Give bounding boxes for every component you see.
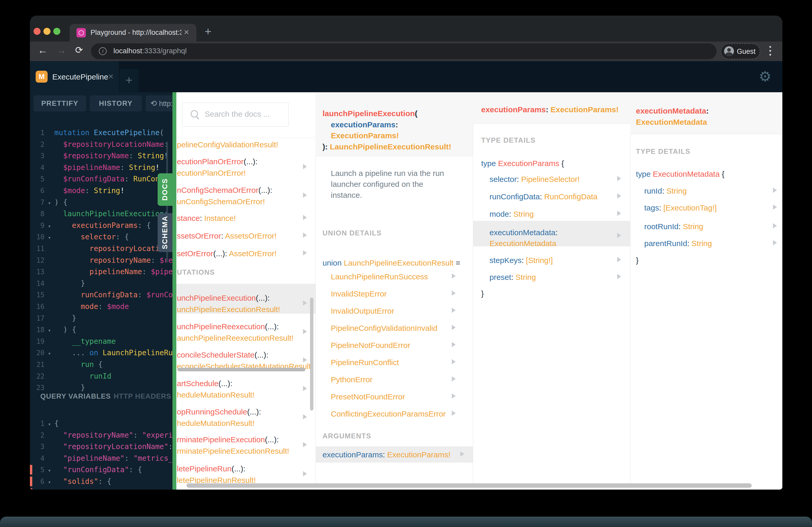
code-line[interactable]: 11 repositoryLocationName: $repositoryLo… [32, 243, 172, 254]
code-line[interactable]: 19 __typename [32, 335, 116, 347]
type-field[interactable]: selector: PipelineSelector! [490, 175, 580, 184]
code-line[interactable]: 1mutation ExecutePipeline( [32, 127, 164, 138]
chevron-right-icon[interactable] [452, 410, 456, 416]
doc-item-type[interactable]: ecutionPlanOrError! [177, 169, 246, 178]
forward-icon[interactable]: → [56, 45, 66, 56]
tab-http-headers[interactable]: HTTP HEADERS [114, 392, 171, 401]
union-member[interactable]: InvalidStepError [331, 289, 387, 298]
variables-line[interactable]: 3 "repositoryLocationName": "metrics" [32, 441, 172, 452]
union-member[interactable]: PipelineConfigValidationInvalid [331, 324, 437, 333]
chevron-right-icon[interactable] [617, 211, 621, 216]
type-field[interactable]: executionMetadata: [490, 228, 557, 237]
chevron-right-icon[interactable] [452, 325, 456, 330]
profile-button[interactable]: Guest [721, 43, 760, 59]
docs-side-tab[interactable]: DOCS [158, 173, 172, 206]
variables-line[interactable]: 6▾ "solids": { [32, 476, 111, 487]
settings-gear-icon[interactable]: ⚙ [759, 68, 771, 85]
union-member[interactable]: LaunchPipelineRunSuccess [331, 272, 428, 281]
argument-row[interactable]: executionParams: ExecutionParams! [322, 450, 450, 459]
chevron-right-icon[interactable] [617, 193, 621, 198]
doc-item-type[interactable]: rminatePipelineExecutionResult! [177, 447, 289, 455]
schema-side-tab[interactable]: SCHEMA [158, 213, 172, 252]
doc-item-type[interactable]: unConfigSchemaOrError! [177, 197, 265, 206]
chevron-right-icon[interactable] [452, 342, 456, 347]
type-field[interactable]: tags: [ExecutionTag!] [644, 204, 717, 212]
chevron-right-icon[interactable] [303, 250, 307, 255]
add-playground-tab-button[interactable]: + [120, 69, 139, 92]
doc-item[interactable]: concileSchedulerState(...): [177, 350, 269, 359]
chevron-right-icon[interactable] [452, 290, 456, 296]
minimize-window-button[interactable] [43, 28, 50, 35]
code-line[interactable]: 14 } [32, 277, 85, 289]
chevron-right-icon[interactable] [303, 193, 307, 198]
chevron-right-icon[interactable] [773, 187, 777, 193]
browser-menu-button[interactable] [769, 46, 771, 58]
code-line[interactable]: 5 $runConfigData: RunConfigData! [32, 173, 172, 185]
code-line[interactable]: 17 } [32, 312, 76, 324]
chevron-right-icon[interactable] [773, 240, 777, 245]
docs-vertical-scrollbar[interactable] [310, 298, 314, 410]
doc-item[interactable]: stance: Instance! [177, 214, 236, 223]
chevron-right-icon[interactable] [617, 176, 621, 181]
union-member[interactable]: ConflictingExecutionParamsError [331, 409, 446, 418]
doc-item[interactable]: artSchedule(...): [177, 379, 232, 388]
union-member[interactable]: PipelineRunConflict [331, 358, 399, 367]
mutations-scrollbar[interactable] [177, 368, 305, 371]
url-bar[interactable]: i localhost:3333/graphql [91, 43, 716, 59]
chevron-right-icon[interactable] [452, 393, 456, 398]
chevron-right-icon[interactable] [303, 215, 307, 220]
union-member[interactable]: PresetNotFoundError [331, 392, 405, 401]
browser-tab[interactable]: ⬡ Playground - http://localhost:3 ✕ [70, 24, 197, 42]
union-member[interactable]: PipelineNotFoundError [331, 341, 410, 350]
variables-line[interactable]: 7▾ "save metrics": { [32, 487, 146, 490]
type-field[interactable]: parentRunId: String [644, 239, 712, 248]
chevron-right-icon[interactable] [452, 359, 456, 364]
chevron-right-icon[interactable] [617, 274, 621, 279]
code-line[interactable]: 22 runId [32, 370, 111, 382]
code-line[interactable]: 13 pipelineName: $pipelineName [32, 266, 172, 277]
variables-line[interactable]: 4 "pipelineName": "metrics_pipeline" [32, 452, 172, 464]
code-line[interactable]: 12 repositoryName: $repositoryName [32, 254, 172, 266]
close-window-button[interactable] [33, 28, 41, 35]
doc-item[interactable]: ecutionPlanOrError(...): [177, 157, 258, 166]
chevron-right-icon[interactable] [303, 414, 307, 419]
chevron-right-icon[interactable] [303, 300, 307, 305]
search-input[interactable]: Search the docs ... [182, 103, 289, 126]
code-line[interactable]: 3 $repositoryName: String! [32, 150, 168, 162]
back-icon[interactable]: ← [38, 45, 48, 56]
chevron-right-icon[interactable] [452, 376, 456, 381]
code-line[interactable]: 15 runConfigData: $runConfigData [32, 289, 172, 301]
close-playground-tab-icon[interactable]: ✕ [108, 73, 114, 81]
reload-schema-icon[interactable]: ⟲ [150, 99, 159, 108]
code-line[interactable]: 2 $repositoryLocationName: String! [32, 138, 172, 150]
type-field[interactable]: rootRunId: String [644, 222, 703, 231]
chevron-right-icon[interactable] [460, 451, 464, 456]
union-member[interactable]: InvalidOutputError [331, 307, 394, 315]
chevron-right-icon[interactable] [773, 205, 777, 210]
chevron-right-icon[interactable] [617, 233, 621, 238]
variables-line[interactable]: 1▾{ [32, 418, 59, 429]
code-line[interactable]: 18▾ ) { [32, 324, 76, 335]
history-button[interactable]: HISTORY [90, 95, 142, 111]
doc-item[interactable]: nConfigSchemaOrError(...): [177, 186, 272, 195]
doc-item-type[interactable]: heduleMutationResult! [177, 391, 255, 400]
chevron-right-icon[interactable] [617, 257, 621, 262]
chevron-right-icon[interactable] [452, 308, 456, 313]
variables-line[interactable]: 5▾ "runConfigData": { [32, 464, 142, 476]
type-field-type[interactable]: ExecutionMetadata [490, 239, 556, 248]
doc-item[interactable]: rminatePipelineExecution(...): [177, 435, 279, 444]
code-line[interactable]: 4 $pipelineName: String! [32, 162, 160, 173]
docs-divider[interactable] [172, 92, 176, 490]
endpoint-url-box[interactable]: ⟲ http://loc [146, 95, 172, 111]
code-line[interactable]: 7▾) { [32, 196, 68, 208]
close-tab-icon[interactable]: ✕ [184, 28, 189, 36]
playground-tab-executepipeline[interactable]: M ExecutePipeline ✕ [30, 61, 119, 92]
code-line[interactable]: 8 launchPipelineExecution( [32, 208, 168, 220]
chevron-right-icon[interactable] [303, 471, 307, 476]
type-field[interactable]: runId: String [644, 186, 687, 195]
doc-item[interactable]: opRunningSchedule(...): [177, 407, 261, 416]
type-field[interactable]: mode: String [490, 210, 534, 219]
variables-line[interactable]: 2 "repositoryName": "experiments" [32, 429, 172, 441]
code-line[interactable]: 10▾ selector: { [32, 231, 129, 243]
doc-item[interactable]: pelineConfigValidationResult! [177, 140, 278, 149]
